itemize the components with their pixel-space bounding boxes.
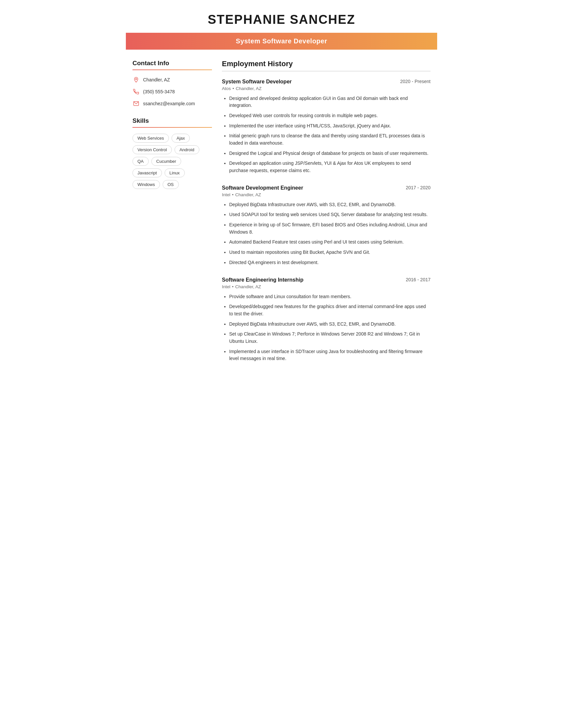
contact-phone: (350) 555-3478 <box>132 88 212 95</box>
job-bullet-item: Designed and developed desktop applicati… <box>229 95 431 109</box>
skill-tags-container: Web ServicesAjaxVersion ControlAndroidQA… <box>132 134 212 189</box>
skill-tag: Windows <box>132 180 160 189</box>
job-bullet-item: Directed QA engineers in test developmen… <box>229 259 431 266</box>
skill-tag: Javascript <box>132 168 162 177</box>
job-title: Software Engineering Internship <box>222 277 304 283</box>
svg-point-0 <box>135 78 137 80</box>
job-bullet-item: Developed an application using JSP/Servl… <box>229 160 431 174</box>
job-bullet-item: Deployed BigData Infrastructure over AWS… <box>229 201 431 208</box>
phone-text: (350) 555-3478 <box>143 89 175 94</box>
main-layout: Contact Info Chandler, AZ (350) 555-3478 <box>126 50 437 386</box>
job-bullets: Provide software and Linux consultation … <box>222 293 431 363</box>
skill-tag: OS <box>163 180 179 189</box>
skill-tag: Version Control <box>132 145 172 154</box>
email-text: ssanchez@example.com <box>143 101 195 106</box>
skills-section: Skills Web ServicesAjaxVersion ControlAn… <box>132 117 212 189</box>
job-bullet-item: Developed/debugged new features for the … <box>229 303 431 317</box>
skill-tag: Cucumber <box>151 157 181 166</box>
main-content: Employment History System Software Devel… <box>222 60 431 373</box>
job-header: System Software Developer2020 - Present <box>222 79 431 85</box>
job-bullet-item: Developed Web user controls for reusing … <box>229 112 431 119</box>
job-date: 2017 - 2020 <box>406 185 431 190</box>
job-company: Intel•Chandler, AZ <box>222 192 431 197</box>
job-title-header: System Software Developer <box>236 37 327 45</box>
skills-divider <box>132 127 212 128</box>
contact-location: Chandler, AZ <box>132 76 212 83</box>
job-bullet-item: Automated Backend Feature test cases usi… <box>229 239 431 246</box>
job-bullet-item: Experience in bring up of SoC firmware, … <box>229 221 431 236</box>
skill-tag: Ajax <box>171 134 190 143</box>
contact-section-title: Contact Info <box>132 60 212 67</box>
candidate-name: STEPHANIE SANCHEZ <box>132 13 431 27</box>
job-bullet-item: Implemented a user interface in SDTracer… <box>229 348 431 362</box>
job-title: System Software Developer <box>222 79 292 85</box>
employment-divider <box>222 71 431 71</box>
location-icon <box>132 76 140 83</box>
job-company: Atos•Chandler, AZ <box>222 86 431 91</box>
email-icon <box>132 100 140 107</box>
job-bullet-item: Set up ClearCase in Windows 7; Perforce … <box>229 331 431 345</box>
job-date: 2020 - Present <box>400 79 431 84</box>
job-bullet-item: Deployed BigData Infrastructure over AWS… <box>229 321 431 328</box>
contact-email: ssanchez@example.com <box>132 100 212 107</box>
header: STEPHANIE SANCHEZ <box>126 0 437 27</box>
job-bullet-item: Used SOAPUI tool for testing web service… <box>229 211 431 218</box>
job-bullet-item: Initial generic graph runs to cleanse th… <box>229 132 431 147</box>
phone-icon <box>132 88 140 95</box>
skill-tag: QA <box>132 157 149 166</box>
job-date: 2016 - 2017 <box>406 277 431 282</box>
job-bullets: Deployed BigData Infrastructure over AWS… <box>222 201 431 266</box>
job-company: Intel•Chandler, AZ <box>222 284 431 289</box>
job-header: Software Engineering Internship2016 - 20… <box>222 277 431 283</box>
job-bullet-item: Used to maintain repositories using Bit … <box>229 249 431 256</box>
employment-section-title: Employment History <box>222 60 431 68</box>
skill-tag: Linux <box>164 168 185 177</box>
job-header: Software Development Engineer2017 - 2020 <box>222 185 431 191</box>
skill-tag: Web Services <box>132 134 169 143</box>
skill-tag: Android <box>174 145 199 154</box>
skills-section-title: Skills <box>132 117 212 124</box>
job-block: Software Development Engineer2017 - 2020… <box>222 185 431 266</box>
jobs-container: System Software Developer2020 - PresentA… <box>222 79 431 363</box>
contact-divider <box>132 69 212 70</box>
job-title: Software Development Engineer <box>222 185 303 191</box>
job-block: Software Engineering Internship2016 - 20… <box>222 277 431 363</box>
location-text: Chandler, AZ <box>143 77 170 82</box>
job-block: System Software Developer2020 - PresentA… <box>222 79 431 174</box>
subtitle-bar: System Software Developer <box>126 33 437 50</box>
job-bullet-item: Designed the Logical and Physical design… <box>229 150 431 157</box>
sidebar: Contact Info Chandler, AZ (350) 555-3478 <box>132 60 212 373</box>
job-bullet-item: Implemented the user interface using HTM… <box>229 122 431 130</box>
job-bullets: Designed and developed desktop applicati… <box>222 95 431 174</box>
job-bullet-item: Provide software and Linux consultation … <box>229 293 431 300</box>
